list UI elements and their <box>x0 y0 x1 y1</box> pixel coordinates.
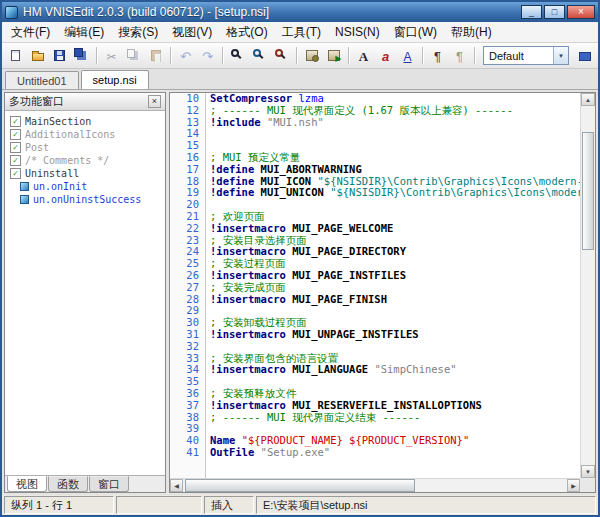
menu-item-4[interactable]: 视图(V) <box>165 22 219 43</box>
code-line: 14 <box>170 128 580 140</box>
menu-item-6[interactable]: 工具(T) <box>275 22 328 43</box>
tree-item-label: Uninstall <box>25 168 79 179</box>
horizontal-scroll-track[interactable] <box>183 479 567 492</box>
redo-icon <box>202 47 213 65</box>
tree-item[interactable]: ✓Uninstall <box>7 167 163 180</box>
tree-item-label: AdditionalIcons <box>25 129 115 140</box>
pilcrow-icon <box>434 47 441 65</box>
syntax-scheme-combo[interactable]: Default▼ <box>483 46 569 65</box>
panel-tab-3[interactable]: 窗口 <box>89 476 129 492</box>
toolbar-separator <box>96 47 97 64</box>
line-number: 17 <box>170 164 206 176</box>
code-text: OutFile "Setup.exe" <box>206 447 330 459</box>
save-icon <box>54 50 65 61</box>
help-book-button[interactable] <box>574 45 595 66</box>
page-icon <box>11 50 20 61</box>
open-file-button[interactable] <box>27 45 48 66</box>
panel-title: 多功能窗口 <box>9 94 64 109</box>
font-underline-button[interactable] <box>397 45 418 66</box>
menu-item-2[interactable]: 编辑(E) <box>57 22 111 43</box>
menu-item-3[interactable]: 搜索(S) <box>111 22 165 43</box>
tree-item-label: /* Comments */ <box>25 155 109 166</box>
find-button[interactable] <box>227 45 248 66</box>
cut-icon <box>106 47 116 65</box>
scroll-left-icon[interactable]: ◀ <box>170 479 183 492</box>
panel-tab-2[interactable]: 函数 <box>48 476 88 492</box>
save-all-button[interactable] <box>71 45 92 66</box>
new-file-button[interactable] <box>5 45 26 66</box>
line-number: 36 <box>170 388 206 400</box>
tree-item-label: Post <box>25 142 49 153</box>
code-editor[interactable]: 10SetCompressor lzma12; ------ MUI 现代界面定… <box>169 92 596 493</box>
document-tab-bar: Untitled01setup.nsi <box>2 69 598 90</box>
close-button[interactable]: × <box>567 5 595 19</box>
vertical-scrollbar[interactable]: ▲ ▼ <box>580 93 595 478</box>
status-spare-panel <box>116 496 202 514</box>
horizontal-scrollbar[interactable]: ◀ ▶ <box>170 478 580 492</box>
checkbox-icon[interactable]: ✓ <box>10 168 21 179</box>
scroll-down-icon[interactable]: ▼ <box>581 465 595 478</box>
scroll-up-icon[interactable]: ▲ <box>581 93 595 106</box>
code-line: 13!include "MUI.nsh" <box>170 117 580 129</box>
minimize-button[interactable]: _ <box>521 5 542 19</box>
scroll-right-icon[interactable]: ▶ <box>567 479 580 492</box>
compile-button[interactable] <box>301 45 322 66</box>
document-tab-1[interactable]: Untitled01 <box>5 71 79 89</box>
line-number: 26 <box>170 270 206 282</box>
code-line: 41OutFile "Setup.exe" <box>170 447 580 459</box>
panel-close-icon[interactable]: × <box>148 95 161 108</box>
document-tab-2[interactable]: setup.nsi <box>81 70 149 89</box>
folder-icon <box>32 53 44 61</box>
panel-header: 多功能窗口 × <box>5 93 165 111</box>
undo-button <box>175 45 196 66</box>
tree-item[interactable]: ✓AdditionalIcons <box>7 128 163 141</box>
show-paragraph-button[interactable] <box>427 45 448 66</box>
tree-item[interactable]: ✓Post <box>7 141 163 154</box>
vertical-scroll-thumb[interactable] <box>582 132 594 250</box>
menu-item-5[interactable]: 格式(O) <box>219 22 274 43</box>
font-italic-button[interactable] <box>375 45 396 66</box>
menu-bar: 文件(F)编辑(E)搜索(S)视图(V)格式(O)工具(T)NSIS(N)窗口(… <box>2 22 598 43</box>
main-area: 多功能窗口 × ✓MainSection✓AdditionalIcons✓Pos… <box>2 90 598 495</box>
font-bold-button[interactable] <box>353 45 374 66</box>
maximize-button[interactable]: □ <box>544 5 565 19</box>
word-wrap-button[interactable] <box>449 45 470 66</box>
horizontal-scroll-thumb[interactable] <box>185 479 415 492</box>
menu-item-1[interactable]: 文件(F) <box>4 22 57 43</box>
pilcrow2-icon <box>456 47 463 65</box>
menu-item-7[interactable]: NSIS(N) <box>328 23 387 41</box>
editor-text-area[interactable]: 10SetCompressor lzma12; ------ MUI 现代界面定… <box>170 93 580 478</box>
tree-item[interactable]: ✓/* Comments */ <box>7 154 163 167</box>
save-all-icon <box>74 48 83 57</box>
panel-tab-1[interactable]: 视图 <box>7 476 47 492</box>
find-next-button[interactable] <box>249 45 270 66</box>
find-icon <box>231 49 239 57</box>
code-text: !insertmacro MUI_LANGUAGE "SimpChinese" <box>206 364 457 376</box>
tree-item[interactable]: ✓MainSection <box>7 115 163 128</box>
code-text: !include "MUI.nsh" <box>206 117 324 129</box>
tree-item[interactable]: un.onUninstSuccess <box>7 193 163 206</box>
checkbox-icon[interactable]: ✓ <box>10 129 21 140</box>
replace-button[interactable] <box>271 45 292 66</box>
chevron-down-icon[interactable]: ▼ <box>553 47 568 64</box>
code-line: 19!define MUI_UNICON "${NSISDIR}\Contrib… <box>170 187 580 199</box>
checkbox-icon[interactable]: ✓ <box>10 142 21 153</box>
line-number: 12 <box>170 105 206 117</box>
book-icon <box>579 52 591 61</box>
vertical-scroll-track[interactable] <box>581 106 595 465</box>
toolbar-separator <box>474 47 475 64</box>
code-line: 31!insertmacro MUI_UNPAGE_INSTFILES <box>170 329 580 341</box>
save-button[interactable] <box>49 45 70 66</box>
replace-icon <box>275 49 283 57</box>
copy-icon <box>127 49 135 58</box>
checkbox-icon[interactable]: ✓ <box>10 155 21 166</box>
menu-item-8[interactable]: 窗口(W) <box>387 22 444 43</box>
checkbox-icon[interactable]: ✓ <box>10 116 21 127</box>
compile-run-button[interactable] <box>323 45 344 66</box>
line-number: 16 <box>170 152 206 164</box>
menu-item-9[interactable]: 帮助(H) <box>444 22 499 43</box>
line-number: 41 <box>170 447 206 459</box>
window-title: HM VNISEdit 2.0.3 (build 060712) - [setu… <box>23 5 516 19</box>
tree-item[interactable]: un.onInit <box>7 180 163 193</box>
redo-button <box>197 45 218 66</box>
